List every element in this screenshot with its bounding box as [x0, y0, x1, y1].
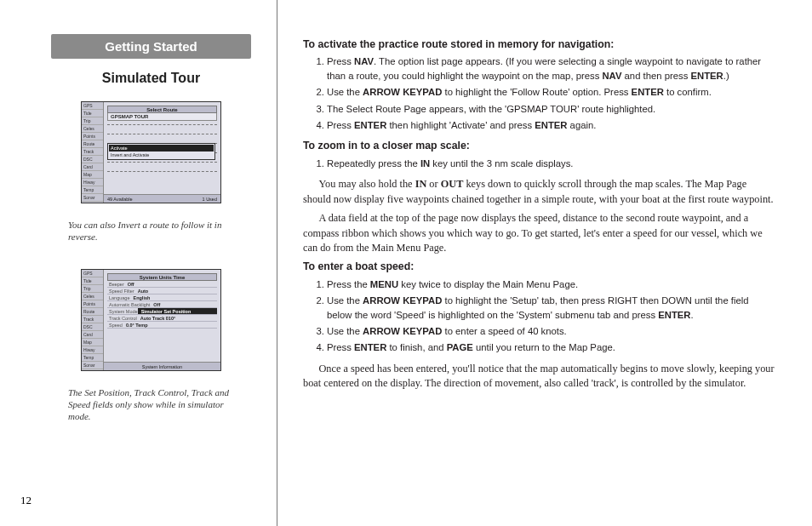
- fig1-footer-right: 1 Used: [203, 195, 217, 203]
- mini-tab: Map: [82, 339, 103, 346]
- bold-key: ENTER: [632, 87, 664, 97]
- mini-tab: Tide: [82, 110, 103, 117]
- figure-select-route: GPSTideTripCelesPointsRouteTrackDSCCardM…: [81, 101, 221, 203]
- steps-boat-speed: Press the MENU key twice to display the …: [303, 277, 775, 355]
- mini-tab: Temp: [82, 186, 103, 194]
- step: Press the MENU key twice to display the …: [327, 277, 775, 291]
- page-number: 12: [20, 494, 31, 507]
- fig2-row: Speed FilterAuto: [107, 288, 217, 294]
- step: Use the ARROW KEYPAD to highlight the 'F…: [327, 85, 775, 99]
- bold-key: ARROW KEYPAD: [363, 87, 442, 97]
- section-tab: Getting Started: [51, 34, 251, 59]
- figure1-caption: You can also Invert a route to follow it…: [68, 219, 238, 243]
- mini-tab: Route: [82, 140, 103, 148]
- mini-tab: Map: [82, 171, 103, 179]
- mini-tab: Card: [82, 331, 103, 339]
- fig1-route: GPSMAP TOUR: [107, 113, 217, 121]
- mini-tab: Card: [82, 163, 103, 171]
- mini-tab: Trip: [82, 117, 103, 125]
- fig1-title: Select Route: [107, 106, 217, 113]
- paragraph-data-field: A data field at the top of the page now …: [303, 211, 775, 255]
- mini-tab: Trip: [82, 285, 103, 293]
- bold-key: IN: [420, 158, 430, 169]
- fig2-row: Track ControlAuto Track 010°: [107, 315, 217, 322]
- bold-key: ENTER: [354, 120, 386, 130]
- mini-tab: DSC: [82, 323, 103, 331]
- fig2-row: BeeperOff: [107, 281, 217, 288]
- right-column: To activate the practice route stored in…: [277, 0, 812, 526]
- bold-key: NAV: [602, 71, 621, 81]
- mini-tab: Route: [82, 308, 103, 316]
- figure-system-setup: GPSTideTripCelesPointsRouteTrackDSCCardM…: [81, 269, 221, 371]
- mini-tab: Setup: [82, 202, 103, 203]
- bold-key: OUT: [441, 178, 464, 190]
- figure2-caption: The Set Position, Track Control, Track a…: [68, 386, 238, 423]
- subheading: Simulated Tour: [51, 71, 251, 86]
- step: Use the ARROW KEYPAD to enter a speed of…: [327, 324, 775, 338]
- steps-activate-route: Press NAV. The option list page appears.…: [303, 54, 775, 132]
- fig1-menu-activate: Activate: [109, 145, 214, 152]
- step: Use the ARROW KEYPAD to highlight the 'S…: [327, 294, 775, 322]
- bold-key: ENTER: [690, 71, 723, 81]
- fig1-footer-left: 49 Available: [107, 195, 133, 203]
- bold-key: ARROW KEYPAD: [363, 326, 442, 336]
- step: The Select Route Page appears, with the …: [327, 102, 775, 116]
- bold-key: PAGE: [447, 342, 473, 352]
- fig2-row: Speed0.0° Temp: [107, 322, 217, 329]
- mini-tab: Track: [82, 316, 103, 323]
- fig2-row: Automatic BacklightOff: [107, 301, 217, 308]
- mini-tab: DSC: [82, 156, 103, 163]
- fig1-menu-invert: Invert and Activate: [109, 152, 214, 158]
- mini-tab: Tide: [82, 277, 103, 285]
- fig2-row: System ModeSimulator Set Position: [107, 308, 217, 315]
- bold-key: MENU: [370, 279, 398, 289]
- fig2-row: LanguageEnglish: [107, 294, 217, 301]
- mini-tab: Celes: [82, 125, 103, 133]
- mini-tab: Sonar: [82, 362, 103, 369]
- bold-key: ENTER: [354, 342, 386, 352]
- left-column: Getting Started Simulated Tour GPSTideTr…: [0, 0, 277, 526]
- step: Press NAV. The option list page appears.…: [327, 54, 775, 83]
- mini-tab: Setup: [82, 369, 103, 371]
- page: Getting Started Simulated Tour GPSTideTr…: [0, 0, 812, 526]
- heading-activate-route: To activate the practice route stored in…: [303, 37, 775, 52]
- bold-key: ARROW KEYPAD: [363, 295, 442, 306]
- bold-key: ENTER: [535, 120, 567, 130]
- mini-tab: GPS: [82, 270, 103, 277]
- mini-tab: Sonar: [82, 194, 103, 202]
- step: Press ENTER then highlight 'Activate' an…: [327, 118, 775, 132]
- mini-tab: Track: [82, 148, 103, 156]
- fig2-footer: System Information: [142, 363, 182, 370]
- mini-tab: Points: [82, 300, 103, 308]
- paragraph-after-speed: Once a speed has been entered, you'll no…: [303, 362, 775, 392]
- steps-zoom: Repeatedly press the IN key until the 3 …: [303, 157, 775, 170]
- step: Press ENTER to finish, and PAGE until yo…: [327, 340, 775, 354]
- heading-zoom: To zoom in to a closer map scale:: [303, 139, 775, 153]
- fig2-top-tabs: System Units Time: [107, 273, 217, 281]
- mini-tab: Hiway: [82, 346, 103, 354]
- bold-key: ENTER: [658, 310, 690, 320]
- bold-key: IN: [415, 178, 427, 190]
- step: Repeatedly press the IN key until the 3 …: [327, 157, 775, 170]
- mini-tab: Temp: [82, 354, 103, 362]
- heading-boat-speed: To enter a boat speed:: [303, 260, 775, 274]
- paragraph-scroll-scales: You may also hold the IN or OUT keys dow…: [303, 177, 775, 207]
- mini-tab: GPS: [82, 102, 103, 110]
- mini-tab: Celes: [82, 293, 103, 300]
- mini-tab: Points: [82, 133, 103, 140]
- bold-key: NAV: [354, 56, 374, 66]
- mini-tab: Hiway: [82, 179, 103, 186]
